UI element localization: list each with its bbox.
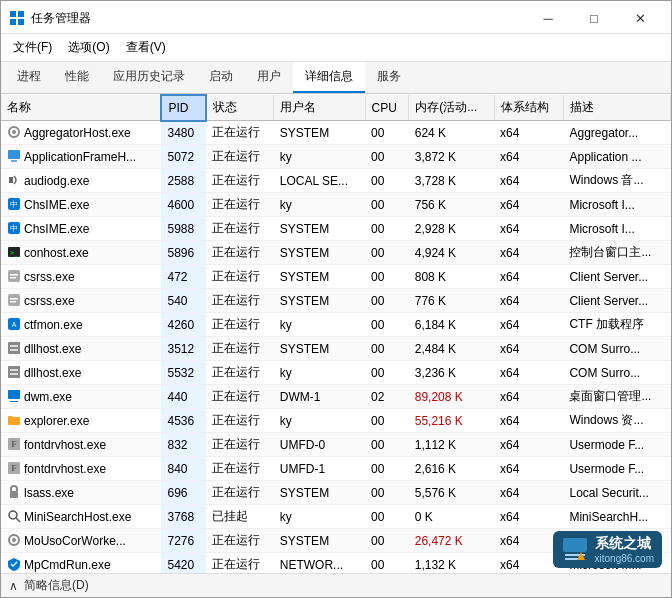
process-name-cell: explorer.exe xyxy=(1,409,161,433)
process-icon xyxy=(7,269,21,283)
table-header-row: 名称PID状态用户名CPU内存(活动...体系结构描述 xyxy=(1,95,671,121)
table-row[interactable]: 中ChsIME.exe5988正在运行SYSTEM002,928 Kx64Mic… xyxy=(1,217,671,241)
table-row[interactable]: csrss.exe472正在运行SYSTEM00808 Kx64Client S… xyxy=(1,265,671,289)
tab-启动[interactable]: 启动 xyxy=(197,62,245,93)
col-header-memory[interactable]: 内存(活动... xyxy=(409,95,494,121)
process-memory: 3,872 K xyxy=(409,145,494,169)
minimize-button[interactable]: ─ xyxy=(525,7,571,29)
process-user: ky xyxy=(274,505,365,529)
menu-item[interactable]: 查看(V) xyxy=(118,36,174,59)
status-bar[interactable]: ∧ 简略信息(D) xyxy=(1,573,671,597)
svg-text:A: A xyxy=(12,321,17,328)
svg-rect-2 xyxy=(10,19,16,25)
process-user: SYSTEM xyxy=(274,217,365,241)
process-user: ky xyxy=(274,145,365,169)
table-row[interactable]: csrss.exe540正在运行SYSTEM00776 Kx64Client S… xyxy=(1,289,671,313)
process-icon xyxy=(7,125,21,139)
table-row[interactable]: MiniSearchHost.exe3768已挂起ky000 Kx64MiniS… xyxy=(1,505,671,529)
table-row[interactable]: dllhost.exe3512正在运行SYSTEM002,484 Kx64COM… xyxy=(1,337,671,361)
table-row[interactable]: explorer.exe4536正在运行ky0055,216 Kx64Windo… xyxy=(1,409,671,433)
table-row[interactable]: MpCmdRun.exe5420正在运行NETWOR...001,132 Kx6… xyxy=(1,553,671,574)
svg-rect-25 xyxy=(10,349,18,351)
col-header-pid[interactable]: PID xyxy=(161,95,205,121)
process-name-cell: >_conhost.exe xyxy=(1,241,161,265)
process-status: 正在运行 xyxy=(206,217,274,241)
process-arch: x64 xyxy=(494,409,563,433)
close-button[interactable]: ✕ xyxy=(617,7,663,29)
table-row[interactable]: audiodg.exe2588正在运行LOCAL SE...003,728 Kx… xyxy=(1,169,671,193)
table-row[interactable]: >_conhost.exe5896正在运行SYSTEM004,924 Kx64控… xyxy=(1,241,671,265)
menu-item[interactable]: 文件(F) xyxy=(5,36,60,59)
process-name: csrss.exe xyxy=(24,294,75,308)
process-desc: Microsoft I... xyxy=(563,193,670,217)
process-name-cell: csrss.exe xyxy=(1,289,161,313)
svg-rect-18 xyxy=(8,294,20,306)
process-status: 正在运行 xyxy=(206,241,274,265)
window-title: 任务管理器 xyxy=(31,10,91,27)
col-header-desc[interactable]: 描述 xyxy=(563,95,670,121)
process-icon xyxy=(7,485,21,499)
table-row[interactable]: Actfmon.exe4260正在运行ky006,184 Kx64CTF 加载程… xyxy=(1,313,671,337)
process-arch: x64 xyxy=(494,385,563,409)
svg-rect-35 xyxy=(10,491,18,498)
table-row[interactable]: 中ChsIME.exe4600正在运行ky00756 Kx64Microsoft… xyxy=(1,193,671,217)
process-memory: 3,236 K xyxy=(409,361,494,385)
process-memory: 2,928 K xyxy=(409,217,494,241)
tab-用户[interactable]: 用户 xyxy=(245,62,293,93)
process-cpu: 00 xyxy=(365,337,409,361)
process-user: DWM-1 xyxy=(274,385,365,409)
tab-性能[interactable]: 性能 xyxy=(53,62,101,93)
col-header-name[interactable]: 名称 xyxy=(1,95,161,121)
menu-item[interactable]: 选项(O) xyxy=(60,36,117,59)
process-memory: 55,216 K xyxy=(409,409,494,433)
process-cpu: 00 xyxy=(365,241,409,265)
table-row[interactable]: lsass.exe696正在运行SYSTEM005,576 Kx64Local … xyxy=(1,481,671,505)
process-status: 正在运行 xyxy=(206,433,274,457)
col-header-user[interactable]: 用户名 xyxy=(274,95,365,121)
process-arch: x64 xyxy=(494,457,563,481)
process-table-container[interactable]: 名称PID状态用户名CPU内存(活动...体系结构描述 AggregatorHo… xyxy=(1,94,671,573)
process-pid: 7276 xyxy=(161,529,205,553)
col-header-status[interactable]: 状态 xyxy=(206,95,274,121)
process-name-cell: AggregatorHost.exe xyxy=(1,121,161,145)
table-row[interactable]: dwm.exe440正在运行DWM-10289,208 Kx64桌面窗口管理..… xyxy=(1,385,671,409)
process-cpu: 00 xyxy=(365,457,409,481)
process-name: MiniSearchHost.exe xyxy=(24,510,131,524)
process-pid: 5072 xyxy=(161,145,205,169)
process-icon xyxy=(7,173,21,187)
svg-rect-26 xyxy=(8,366,20,378)
table-row[interactable]: Ffontdrvhost.exe832正在运行UMFD-0001,112 Kx6… xyxy=(1,433,671,457)
process-name-cell: MoUsoCorWorke... xyxy=(1,529,161,553)
tab-进程[interactable]: 进程 xyxy=(5,62,53,93)
process-name: AggregatorHost.exe xyxy=(24,126,131,140)
table-row[interactable]: dllhost.exe5532正在运行ky003,236 Kx64COM Sur… xyxy=(1,361,671,385)
svg-text:F: F xyxy=(11,463,16,473)
process-icon: 中 xyxy=(7,221,21,235)
svg-text:>_: >_ xyxy=(10,249,19,257)
process-pid: 3480 xyxy=(161,121,205,145)
table-row[interactable]: AggregatorHost.exe3480正在运行SYSTEM00624 Kx… xyxy=(1,121,671,145)
col-header-cpu[interactable]: CPU xyxy=(365,95,409,121)
tab-服务[interactable]: 服务 xyxy=(365,62,413,93)
process-cpu: 00 xyxy=(365,553,409,574)
col-header-arch[interactable]: 体系结构 xyxy=(494,95,563,121)
process-memory: 5,576 K xyxy=(409,481,494,505)
tab-详细信息[interactable]: 详细信息 xyxy=(293,62,365,93)
table-row[interactable]: ApplicationFrameH...5072正在运行ky003,872 Kx… xyxy=(1,145,671,169)
process-cpu: 00 xyxy=(365,265,409,289)
process-arch: x64 xyxy=(494,241,563,265)
process-desc: Application ... xyxy=(563,145,670,169)
process-arch: x64 xyxy=(494,121,563,145)
process-icon xyxy=(7,533,21,547)
process-user: SYSTEM xyxy=(274,241,365,265)
process-status: 正在运行 xyxy=(206,481,274,505)
process-name-cell: csrss.exe xyxy=(1,265,161,289)
maximize-button[interactable]: □ xyxy=(571,7,617,29)
process-cpu: 00 xyxy=(365,145,409,169)
table-row[interactable]: Ffontdrvhost.exe840正在运行UMFD-1002,616 Kx6… xyxy=(1,457,671,481)
table-row[interactable]: MoUsoCorWorke...7276正在运行SYSTEM0026,472 K… xyxy=(1,529,671,553)
process-user: ky xyxy=(274,313,365,337)
svg-rect-23 xyxy=(8,342,20,354)
tab-应用历史记录[interactable]: 应用历史记录 xyxy=(101,62,197,93)
process-name: csrss.exe xyxy=(24,270,75,284)
